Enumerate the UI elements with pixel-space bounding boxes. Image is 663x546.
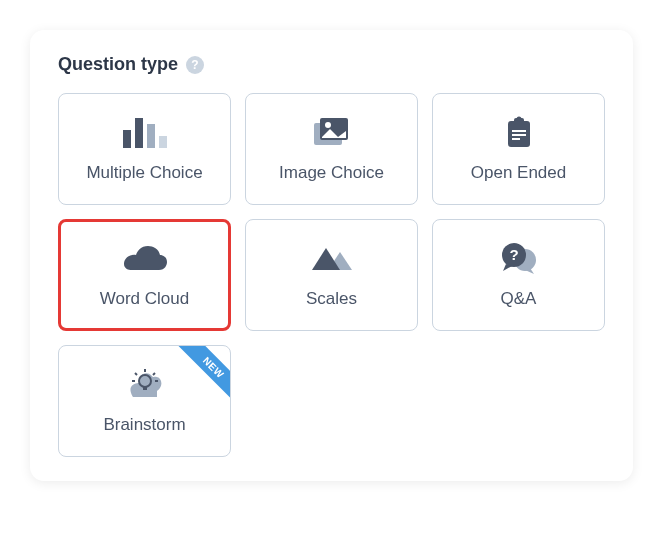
option-label: Brainstorm bbox=[103, 415, 185, 435]
option-label: Word Cloud bbox=[100, 289, 189, 309]
question-type-panel: Question type ? Multiple Choice Image Ch… bbox=[30, 30, 633, 481]
svg-rect-7 bbox=[512, 134, 526, 136]
option-label: Image Choice bbox=[279, 163, 384, 183]
mountain-icon bbox=[310, 241, 354, 277]
question-bubble-icon: ? bbox=[498, 241, 540, 277]
clipboard-icon bbox=[502, 115, 536, 151]
new-badge: NEW bbox=[175, 345, 231, 406]
svg-rect-8 bbox=[512, 138, 520, 140]
lightbulb-icon bbox=[125, 367, 165, 403]
option-label: Q&A bbox=[501, 289, 537, 309]
svg-point-5 bbox=[516, 117, 521, 122]
bar-chart-icon bbox=[123, 115, 167, 151]
option-image-choice[interactable]: Image Choice bbox=[245, 93, 418, 205]
option-scales[interactable]: Scales bbox=[245, 219, 418, 331]
option-label: Multiple Choice bbox=[86, 163, 202, 183]
svg-rect-6 bbox=[512, 130, 526, 132]
svg-point-2 bbox=[325, 122, 331, 128]
help-icon[interactable]: ? bbox=[186, 56, 204, 74]
option-multiple-choice[interactable]: Multiple Choice bbox=[58, 93, 231, 205]
image-stack-icon bbox=[312, 115, 352, 151]
panel-title: Question type bbox=[58, 54, 178, 75]
option-label: Scales bbox=[306, 289, 357, 309]
panel-header: Question type ? bbox=[58, 54, 605, 75]
cloud-icon bbox=[121, 241, 169, 277]
option-word-cloud[interactable]: Word Cloud bbox=[58, 219, 231, 331]
option-label: Open Ended bbox=[471, 163, 566, 183]
option-brainstorm[interactable]: NEW Brainstorm bbox=[58, 345, 231, 457]
svg-line-16 bbox=[153, 373, 155, 375]
svg-text:?: ? bbox=[509, 246, 518, 263]
svg-line-15 bbox=[135, 373, 137, 375]
svg-rect-13 bbox=[143, 386, 147, 390]
question-type-grid: Multiple Choice Image Choice bbox=[58, 93, 605, 457]
option-open-ended[interactable]: Open Ended bbox=[432, 93, 605, 205]
option-qa[interactable]: ? Q&A bbox=[432, 219, 605, 331]
